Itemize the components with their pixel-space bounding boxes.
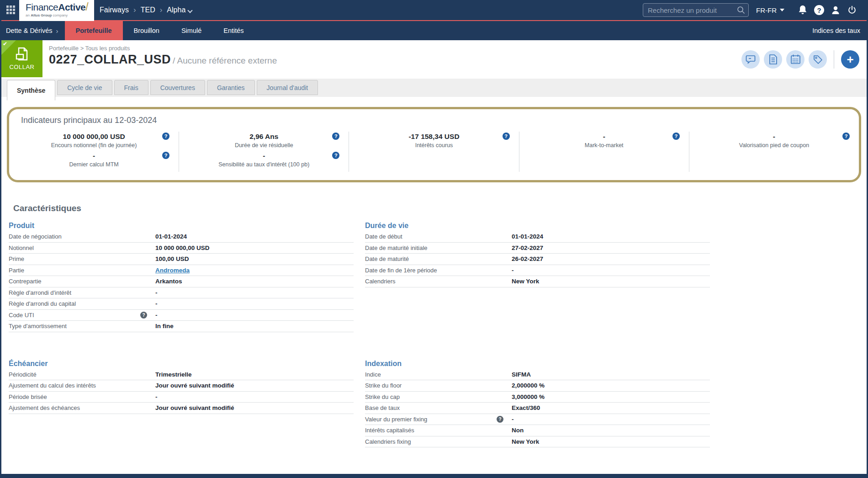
section-title: Indexation — [365, 360, 710, 368]
indicator-label: Valorisation pied de coupon — [710, 142, 838, 149]
indicator-intérêts-courus: -17 158,34 USDIntérêts courus? — [349, 133, 519, 149]
indicator-label: Mark-to-market — [540, 142, 668, 149]
brand-logo[interactable]: FinanceActive/ an Altus Group company — [19, 0, 94, 21]
help-icon[interactable]: ? — [332, 152, 339, 159]
page-title: 0227_COLLAR_USD — [49, 53, 171, 66]
indicator-column: 10 000 000,00 USDEncours notionnel (fin … — [9, 132, 179, 172]
tab-couvertures[interactable]: Couvertures — [150, 80, 205, 95]
documents-button[interactable] — [764, 50, 782, 69]
help-icon[interactable]: ? — [140, 312, 147, 319]
add-button[interactable]: + — [841, 50, 859, 69]
comments-button[interactable] — [741, 50, 760, 69]
speech-bubble-icon — [745, 54, 756, 65]
section-indexation: IndexationIndiceSIFMAStrike du floor2,00… — [365, 352, 710, 448]
app-grid-icon[interactable] — [6, 5, 16, 15]
table-row: Ajustement des échéancesJour ouvré suiva… — [9, 403, 354, 414]
indicator-label: Encours notionnel (fin de journée) — [30, 142, 158, 149]
actions-divider — [834, 50, 834, 69]
header-actions: + — [741, 50, 859, 69]
help-icon[interactable]: ? — [842, 133, 850, 140]
nav-section-dette-derives[interactable]: Dette & Dérivés› — [1, 21, 65, 40]
row-label: Date de début — [365, 233, 512, 240]
row-value: - — [155, 312, 158, 319]
brand-name: FinanceActive/ — [26, 1, 90, 13]
notifications-bell-icon[interactable] — [794, 5, 811, 16]
user-account-icon[interactable] — [827, 5, 844, 15]
help-icon[interactable]: ? — [811, 5, 827, 15]
row-label: Prime — [9, 255, 155, 262]
row-value: - — [155, 289, 158, 296]
row-label: Type d'amortissement — [9, 323, 155, 329]
page-subtitle: / Aucune référence externe — [173, 56, 277, 65]
logout-power-icon[interactable] — [844, 5, 860, 15]
tags-button[interactable] — [809, 50, 827, 69]
row-value: - — [512, 416, 514, 423]
section-title: Durée de vie — [365, 222, 710, 230]
search-input[interactable] — [643, 3, 749, 17]
tab-cycle-de-vie[interactable]: Cycle de vie — [57, 80, 112, 95]
help-icon[interactable]: ? — [332, 133, 339, 140]
tab-garanties[interactable]: Garanties — [207, 80, 255, 95]
link-andromeda[interactable]: Andromeda — [155, 267, 190, 274]
indicator-label: Durée de vie résiduelle — [200, 142, 328, 149]
row-label: Date de maturité — [365, 255, 512, 262]
nav-item-simulé[interactable]: Simulé — [170, 21, 212, 40]
indicator-label: Sensibilité au taux d'intérêt (100 pb) — [200, 161, 328, 168]
row-label: Règle d'arrondi d'intérêt — [9, 289, 155, 296]
table-row: Ajustement du calcul des intérêtsJour ou… — [9, 380, 354, 392]
indicator-mark-to-market: -Mark-to-market? — [519, 133, 689, 149]
row-label: Indice — [365, 371, 512, 378]
table-row: Règle d'arrondi d'intérêt- — [9, 287, 354, 299]
row-value: Arkantos — [155, 278, 182, 285]
row-value: 100,00 USD — [155, 255, 189, 262]
calendar-button[interactable] — [786, 50, 804, 69]
tab-journal-d-audit[interactable]: Journal d'audit — [257, 80, 318, 95]
indicator-value: 10 000 000,00 USD — [30, 133, 158, 141]
tab-synthèse[interactable]: Synthèse — [7, 80, 55, 101]
help-icon[interactable]: ? — [162, 152, 169, 159]
tag-icon — [812, 54, 823, 65]
breadcrumb-item-ted[interactable]: TED — [141, 6, 155, 14]
row-value: 26-02-2027 — [512, 255, 543, 262]
breadcrumb-item-alpha[interactable]: Alpha — [167, 6, 192, 14]
nav-item-portefeuille[interactable]: Portefeuille — [65, 21, 123, 40]
help-icon[interactable]: ? — [503, 133, 510, 140]
tabs: SynthèseCycle de vieFraisCouverturesGara… — [1, 79, 867, 97]
search-icon[interactable] — [736, 5, 746, 15]
indicators-panel: Indicateurs principaux au 12-03-2024 10 … — [7, 107, 861, 182]
help-icon[interactable]: ? — [162, 133, 169, 140]
row-label: Date de fin de 1ère période — [365, 267, 512, 274]
table-row: CalendriersNew York — [365, 276, 710, 287]
badge-label: COLLAR — [9, 64, 34, 70]
row-label: Date de maturité initiale — [365, 244, 512, 251]
breadcrumb-separator: › — [133, 5, 136, 15]
row-value: SIFMA — [512, 371, 531, 378]
help-icon[interactable]: ? — [672, 133, 680, 140]
indicator-valorisation-pied-de-coupon: -Valorisation pied de coupon? — [689, 133, 859, 149]
row-value: 01-01-2024 — [512, 233, 543, 240]
row-value: - — [155, 393, 158, 400]
nav-item-entités[interactable]: Entités — [212, 21, 254, 40]
top-breadcrumb: Fairways › TED › Alpha — [100, 5, 192, 15]
breadcrumb-item-fairways[interactable]: Fairways — [100, 6, 129, 14]
locale-selector[interactable]: FR-FR — [756, 6, 784, 14]
help-icon[interactable]: ? — [497, 416, 503, 423]
section-durée-de-vie: Durée de vieDate de début01-01-2024Date … — [365, 214, 710, 287]
document-icon — [768, 54, 778, 65]
row-label: Valeur du premier fixing? — [365, 416, 512, 423]
product-type-badge: ✔ COLLAR — [1, 40, 42, 77]
indicator-encours-notionnel-fin-de-journée: 10 000 000,00 USDEncours notionnel (fin … — [9, 133, 179, 149]
tab-frais[interactable]: Frais — [114, 80, 148, 95]
row-value: Non — [512, 427, 524, 434]
row-label: Strike du floor — [365, 382, 512, 389]
section-title: Échéancier — [9, 360, 354, 368]
row-value[interactable]: Andromeda — [155, 267, 190, 274]
indicator-label: Intérêts courus — [370, 142, 498, 149]
bottom-bar — [1, 474, 867, 478]
characteristics-title: Caractéristiques — [13, 203, 867, 213]
table-row: Calendriers fixingNew York — [365, 436, 710, 448]
nav-link-indices-des-taux[interactable]: Indices des taux — [812, 21, 867, 40]
row-label: Périodicité — [9, 371, 155, 378]
nav-item-brouillon[interactable]: Brouillon — [123, 21, 170, 40]
table-row: Intérêts capitalisésNon — [365, 425, 710, 436]
